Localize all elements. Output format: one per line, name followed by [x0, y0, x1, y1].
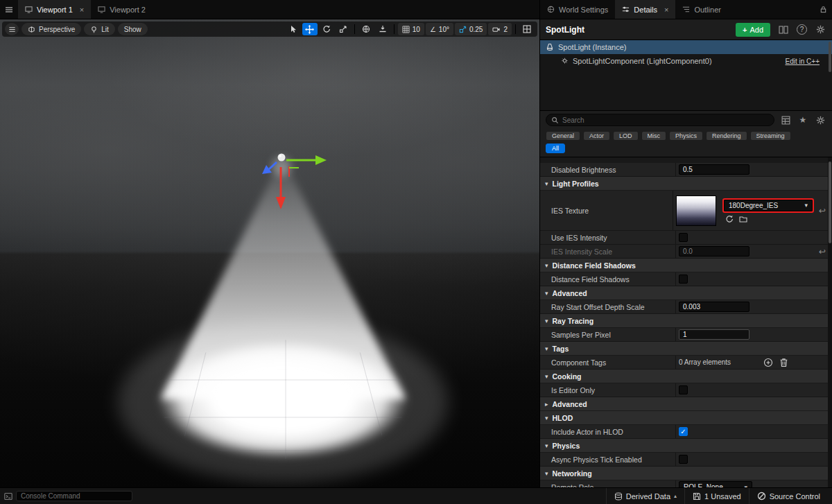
surface-snap-button[interactable] [375, 23, 390, 35]
ies-intensity-scale-input[interactable]: 0.0 [679, 246, 749, 257]
section-tags[interactable]: ▾ Tags [540, 342, 832, 356]
section-label: Light Profiles [553, 180, 599, 188]
browse-to-asset-icon[interactable] [739, 215, 747, 223]
add-component-button[interactable]: + Add [736, 23, 770, 37]
ies-texture-thumbnail[interactable] [676, 195, 716, 226]
disabled-brightness-input[interactable]: 0.5 [679, 164, 749, 175]
property-row-use-ies-intensity: Use IES Intensity ✓ [540, 231, 832, 245]
filter-chip-misc[interactable]: Misc [641, 131, 667, 141]
use-selected-asset-icon[interactable] [725, 215, 734, 223]
scale-icon [339, 25, 347, 33]
gizmo-z-axis[interactable] [262, 165, 272, 174]
scene-render [0, 19, 539, 487]
world-space-button[interactable] [358, 23, 374, 35]
reset-to-default-icon[interactable]: ↩ [819, 206, 826, 216]
view-settings-gear-icon[interactable] [814, 114, 826, 126]
scale-tool-button[interactable] [336, 23, 351, 35]
filter-chip-actor[interactable]: Actor [583, 131, 610, 141]
chevron-down-icon: ▾ [545, 415, 548, 422]
source-control-status[interactable]: Source Control [749, 488, 828, 504]
samples-per-pixel-input[interactable]: 1 [679, 329, 749, 340]
section-ray-tracing[interactable]: ▾ Ray Tracing [540, 314, 832, 328]
viewport-menu-button[interactable] [5, 23, 19, 35]
scrollbar-thumb[interactable] [829, 162, 831, 243]
perspective-button[interactable]: Perspective [21, 23, 81, 35]
display-options-icon[interactable] [779, 114, 792, 126]
section-cooking[interactable]: ▾ Cooking [540, 370, 832, 383]
section-distance-field-shadows[interactable]: ▾ Distance Field Shadows [540, 259, 832, 272]
rotate-tool-button[interactable] [319, 23, 334, 35]
use-ies-intensity-checkbox[interactable]: ✓ [679, 233, 688, 242]
property-label: Use IES Intensity [540, 231, 675, 244]
close-icon[interactable]: × [664, 6, 668, 14]
property-row-remote-role: Remote Role ROLE_None ▾ [540, 480, 832, 487]
gizmo-y-axis[interactable] [315, 155, 327, 165]
trash-icon[interactable] [779, 358, 788, 367]
help-icon[interactable]: ? [797, 24, 807, 35]
select-tool-button[interactable] [286, 23, 301, 35]
details-scrollbar[interactable] [828, 157, 832, 487]
camera-speed-control[interactable]: 2 [488, 23, 512, 35]
ray-start-offset-input[interactable]: 0.003 [679, 302, 749, 312]
filter-chip-streaming[interactable]: Streaming [750, 131, 791, 141]
console-icon [4, 492, 12, 501]
grid-snap-control[interactable]: 10 [398, 23, 424, 35]
tab-options-icon[interactable] [0, 0, 18, 19]
search-input[interactable] [562, 116, 769, 124]
add-element-icon[interactable] [763, 358, 773, 367]
console-command-input[interactable] [16, 491, 132, 501]
tab-world-settings[interactable]: World Settings [540, 0, 615, 19]
settings-gear-icon[interactable] [814, 24, 826, 36]
section-advanced-cooking-collapsed[interactable]: ▸ Advanced [540, 397, 832, 411]
cursor-icon [289, 25, 297, 33]
list-icon [682, 6, 690, 13]
camera-speed-value: 2 [503, 26, 508, 33]
tab-outliner[interactable]: Outliner [675, 0, 728, 19]
unsaved-status[interactable]: 1 Unsaved [684, 488, 749, 504]
component-row-spotlight-component[interactable]: SpotLightComponent (LightComponent0) Edi… [540, 54, 832, 68]
rotation-snap-control[interactable]: ∠ 10° [426, 23, 453, 35]
ies-texture-dropdown[interactable]: 180Degree_IES ▾ [724, 200, 813, 211]
tab-details[interactable]: Details × [615, 0, 675, 19]
search-box[interactable] [546, 114, 774, 126]
close-icon[interactable]: × [80, 6, 84, 14]
viewport-3d-scene[interactable]: Perspective Lit Show [0, 19, 539, 487]
async-physics-tick-checkbox[interactable]: ✓ [679, 455, 688, 464]
section-label: Advanced [553, 289, 587, 297]
filter-chip-rendering[interactable]: Rendering [706, 131, 747, 141]
viewport-toolbar: Perspective Lit Show [2, 21, 537, 37]
section-physics[interactable]: ▾ Physics [540, 439, 832, 453]
reset-to-default-icon[interactable]: ↩ [819, 247, 826, 257]
section-label: Advanced [553, 400, 587, 408]
tab-viewport-1[interactable]: Viewport 1 × [18, 0, 91, 19]
lit-button[interactable]: Lit [84, 23, 115, 35]
panel-layout-icon[interactable] [777, 24, 790, 36]
edit-in-cpp-link[interactable]: Edit in C++ [786, 58, 820, 65]
section-networking[interactable]: ▾ Networking [540, 467, 832, 480]
favorites-star-icon[interactable]: ★ [797, 114, 809, 126]
derived-data-status[interactable]: Derived Data ▴ [606, 488, 684, 504]
search-icon [551, 116, 559, 124]
component-label: SpotLightComponent (LightComponent0) [573, 57, 712, 65]
lock-icon[interactable] [814, 0, 832, 19]
section-light-profiles[interactable]: ▾ Light Profiles [540, 177, 832, 191]
scale-snap-control[interactable]: 0.25 [455, 23, 487, 35]
tab-viewport-2[interactable]: Viewport 2 [91, 0, 153, 19]
filter-chip-all[interactable]: All [546, 144, 565, 153]
component-row-spotlight-instance[interactable]: SpotLight (Instance) [540, 40, 832, 54]
tab-label: Details [634, 6, 657, 14]
is-editor-only-checkbox[interactable]: ✓ [679, 385, 688, 394]
remote-role-dropdown[interactable]: ROLE_None ▾ [679, 481, 752, 487]
scale-snap-value: 0.25 [469, 26, 483, 33]
filter-chip-lod[interactable]: LOD [613, 131, 639, 141]
section-advanced-shadows[interactable]: ▾ Advanced [540, 286, 832, 300]
move-tool-button[interactable] [302, 23, 318, 35]
section-hlod[interactable]: ▾ HLOD [540, 411, 832, 425]
component-tree-scrollbar[interactable] [829, 42, 831, 72]
filter-chip-physics[interactable]: Physics [669, 131, 703, 141]
maximize-viewport-button[interactable] [519, 23, 535, 35]
distance-field-shadows-checkbox[interactable]: ✓ [679, 275, 688, 284]
filter-chip-general[interactable]: General [546, 131, 580, 141]
show-button[interactable]: Show [118, 23, 148, 35]
include-actor-in-hlod-checkbox[interactable]: ✓ [679, 427, 688, 436]
